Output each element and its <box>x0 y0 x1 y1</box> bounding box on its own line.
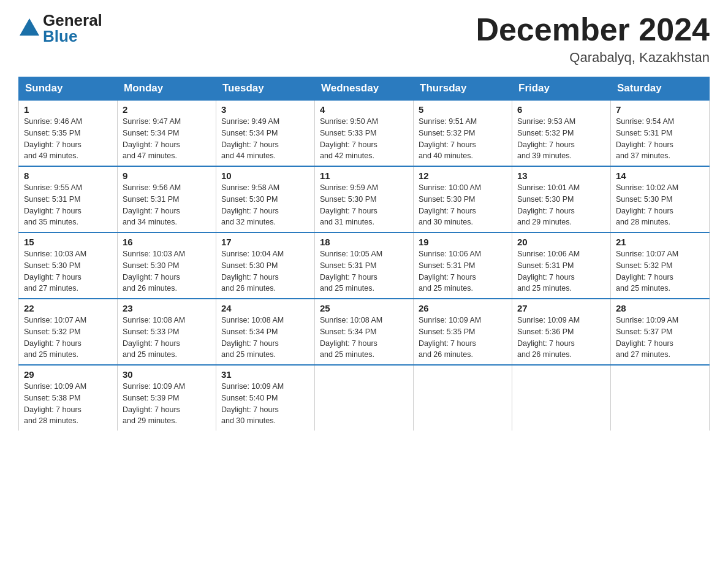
day-number: 3 <box>221 104 309 115</box>
day-info: Sunrise: 9:49 AM Sunset: 5:34 PM Dayligh… <box>221 116 309 162</box>
day-info: Sunrise: 10:06 AM Sunset: 5:31 PM Daylig… <box>419 248 507 294</box>
day-info: Sunrise: 10:08 AM Sunset: 5:34 PM Daylig… <box>320 315 408 361</box>
calendar-cell: 5 Sunrise: 9:51 AM Sunset: 5:32 PM Dayli… <box>414 100 512 166</box>
day-number: 16 <box>123 237 211 247</box>
day-number: 8 <box>24 170 112 181</box>
day-info: Sunrise: 9:53 AM Sunset: 5:32 PM Dayligh… <box>517 116 605 162</box>
day-number: 9 <box>123 170 211 181</box>
day-info: Sunrise: 10:09 AM Sunset: 5:38 PM Daylig… <box>24 381 112 427</box>
calendar-cell: 6 Sunrise: 9:53 AM Sunset: 5:32 PM Dayli… <box>512 100 611 166</box>
day-number: 6 <box>517 104 605 115</box>
day-info: Sunrise: 9:54 AM Sunset: 5:31 PM Dayligh… <box>616 116 704 162</box>
page-header: General Blue December 2024 Qarabalyq, Ka… <box>18 12 710 66</box>
calendar-cell: 1 Sunrise: 9:46 AM Sunset: 5:35 PM Dayli… <box>19 100 118 166</box>
day-info: Sunrise: 10:02 AM Sunset: 5:30 PM Daylig… <box>616 182 704 228</box>
day-info: Sunrise: 10:01 AM Sunset: 5:30 PM Daylig… <box>517 182 605 228</box>
calendar-cell: 15 Sunrise: 10:03 AM Sunset: 5:30 PM Day… <box>19 232 118 299</box>
calendar-cell: 22 Sunrise: 10:07 AM Sunset: 5:32 PM Day… <box>19 299 118 365</box>
day-number: 21 <box>616 237 704 247</box>
main-title: December 2024 <box>476 12 710 47</box>
day-number: 19 <box>419 237 507 247</box>
day-number: 12 <box>419 170 507 181</box>
logo-general: General <box>43 12 102 28</box>
calendar-cell: 21 Sunrise: 10:07 AM Sunset: 5:32 PM Day… <box>611 232 710 299</box>
logo-icon <box>18 17 40 39</box>
calendar-cell: 20 Sunrise: 10:06 AM Sunset: 5:31 PM Day… <box>512 232 611 299</box>
title-area: December 2024 Qarabalyq, Kazakhstan <box>476 12 710 66</box>
day-number: 10 <box>221 170 309 181</box>
day-number: 23 <box>123 303 211 313</box>
day-info: Sunrise: 10:07 AM Sunset: 5:32 PM Daylig… <box>616 248 704 294</box>
calendar-cell: 10 Sunrise: 9:58 AM Sunset: 5:30 PM Dayl… <box>216 166 315 232</box>
day-info: Sunrise: 9:59 AM Sunset: 5:30 PM Dayligh… <box>320 182 408 228</box>
calendar-cell: 8 Sunrise: 9:55 AM Sunset: 5:31 PM Dayli… <box>19 166 118 232</box>
calendar-cell: 7 Sunrise: 9:54 AM Sunset: 5:31 PM Dayli… <box>611 100 710 166</box>
day-info: Sunrise: 9:51 AM Sunset: 5:32 PM Dayligh… <box>419 116 507 162</box>
calendar-week-3: 15 Sunrise: 10:03 AM Sunset: 5:30 PM Day… <box>19 232 710 299</box>
day-info: Sunrise: 10:08 AM Sunset: 5:33 PM Daylig… <box>123 315 211 361</box>
calendar: SundayMondayTuesdayWednesdayThursdayFrid… <box>18 77 710 431</box>
day-number: 14 <box>616 170 704 181</box>
day-number: 5 <box>419 104 507 115</box>
calendar-cell: 14 Sunrise: 10:02 AM Sunset: 5:30 PM Day… <box>611 166 710 232</box>
day-number: 31 <box>221 369 309 380</box>
day-info: Sunrise: 10:04 AM Sunset: 5:30 PM Daylig… <box>221 248 309 294</box>
calendar-cell <box>315 365 414 431</box>
calendar-cell: 11 Sunrise: 9:59 AM Sunset: 5:30 PM Dayl… <box>315 166 414 232</box>
calendar-week-1: 1 Sunrise: 9:46 AM Sunset: 5:35 PM Dayli… <box>19 100 710 166</box>
calendar-cell: 16 Sunrise: 10:03 AM Sunset: 5:30 PM Day… <box>118 232 216 299</box>
calendar-week-5: 29 Sunrise: 10:09 AM Sunset: 5:38 PM Day… <box>19 365 710 431</box>
day-info: Sunrise: 10:09 AM Sunset: 5:36 PM Daylig… <box>517 315 605 361</box>
calendar-cell: 23 Sunrise: 10:08 AM Sunset: 5:33 PM Day… <box>118 299 216 365</box>
day-number: 17 <box>221 237 309 247</box>
day-number: 28 <box>616 303 704 313</box>
column-header-thursday: Thursday <box>414 77 512 101</box>
calendar-cell <box>512 365 611 431</box>
day-info: Sunrise: 10:03 AM Sunset: 5:30 PM Daylig… <box>123 248 211 294</box>
calendar-cell: 4 Sunrise: 9:50 AM Sunset: 5:33 PM Dayli… <box>315 100 414 166</box>
day-number: 29 <box>24 369 112 380</box>
day-number: 4 <box>320 104 408 115</box>
column-header-monday: Monday <box>118 77 216 101</box>
calendar-cell: 26 Sunrise: 10:09 AM Sunset: 5:35 PM Day… <box>414 299 512 365</box>
day-number: 26 <box>419 303 507 313</box>
calendar-cell: 9 Sunrise: 9:56 AM Sunset: 5:31 PM Dayli… <box>118 166 216 232</box>
calendar-cell: 31 Sunrise: 10:09 AM Sunset: 5:40 PM Day… <box>216 365 315 431</box>
day-info: Sunrise: 10:06 AM Sunset: 5:31 PM Daylig… <box>517 248 605 294</box>
calendar-header: SundayMondayTuesdayWednesdayThursdayFrid… <box>19 77 710 101</box>
column-header-wednesday: Wednesday <box>315 77 414 101</box>
column-header-saturday: Saturday <box>611 77 710 101</box>
svg-marker-0 <box>20 18 39 36</box>
calendar-cell: 29 Sunrise: 10:09 AM Sunset: 5:38 PM Day… <box>19 365 118 431</box>
day-number: 20 <box>517 237 605 247</box>
day-info: Sunrise: 10:09 AM Sunset: 5:37 PM Daylig… <box>616 315 704 361</box>
calendar-cell: 27 Sunrise: 10:09 AM Sunset: 5:36 PM Day… <box>512 299 611 365</box>
day-number: 1 <box>24 104 112 115</box>
calendar-cell: 13 Sunrise: 10:01 AM Sunset: 5:30 PM Day… <box>512 166 611 232</box>
calendar-week-4: 22 Sunrise: 10:07 AM Sunset: 5:32 PM Day… <box>19 299 710 365</box>
day-info: Sunrise: 10:09 AM Sunset: 5:35 PM Daylig… <box>419 315 507 361</box>
day-info: Sunrise: 10:09 AM Sunset: 5:39 PM Daylig… <box>123 381 211 427</box>
calendar-cell: 25 Sunrise: 10:08 AM Sunset: 5:34 PM Day… <box>315 299 414 365</box>
day-number: 2 <box>123 104 211 115</box>
day-number: 22 <box>24 303 112 313</box>
column-header-friday: Friday <box>512 77 611 101</box>
day-number: 7 <box>616 104 704 115</box>
calendar-cell <box>611 365 710 431</box>
day-info: Sunrise: 9:46 AM Sunset: 5:35 PM Dayligh… <box>24 116 112 162</box>
column-header-tuesday: Tuesday <box>216 77 315 101</box>
calendar-cell: 18 Sunrise: 10:05 AM Sunset: 5:31 PM Day… <box>315 232 414 299</box>
day-info: Sunrise: 9:55 AM Sunset: 5:31 PM Dayligh… <box>24 182 112 228</box>
calendar-cell: 30 Sunrise: 10:09 AM Sunset: 5:39 PM Day… <box>118 365 216 431</box>
calendar-cell <box>414 365 512 431</box>
calendar-cell: 17 Sunrise: 10:04 AM Sunset: 5:30 PM Day… <box>216 232 315 299</box>
logo-blue: Blue <box>43 28 102 44</box>
day-info: Sunrise: 9:58 AM Sunset: 5:30 PM Dayligh… <box>221 182 309 228</box>
day-number: 27 <box>517 303 605 313</box>
day-number: 30 <box>123 369 211 380</box>
day-number: 18 <box>320 237 408 247</box>
day-info: Sunrise: 10:03 AM Sunset: 5:30 PM Daylig… <box>24 248 112 294</box>
day-info: Sunrise: 10:07 AM Sunset: 5:32 PM Daylig… <box>24 315 112 361</box>
calendar-cell: 3 Sunrise: 9:49 AM Sunset: 5:34 PM Dayli… <box>216 100 315 166</box>
day-number: 24 <box>221 303 309 313</box>
